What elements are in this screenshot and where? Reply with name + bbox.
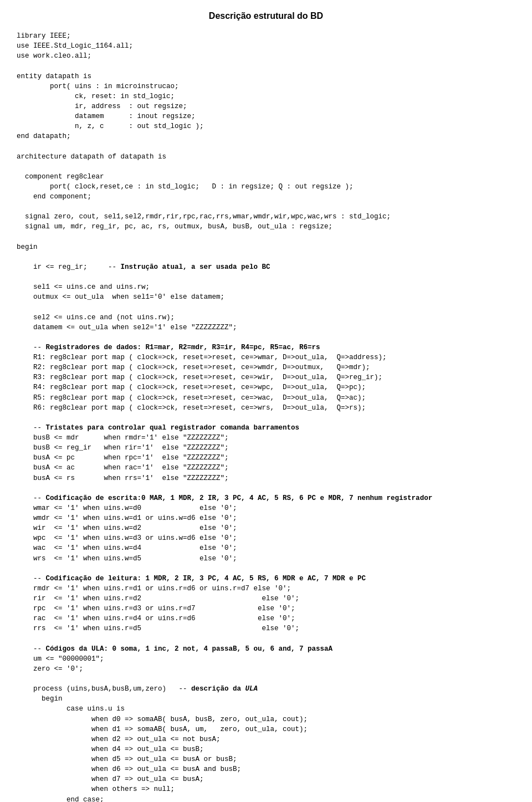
code-content: library IEEE; use IEEE.Std_Logic_1164.al… bbox=[17, 31, 515, 802]
page-title: Descrição estrutural do BD bbox=[17, 11, 515, 21]
